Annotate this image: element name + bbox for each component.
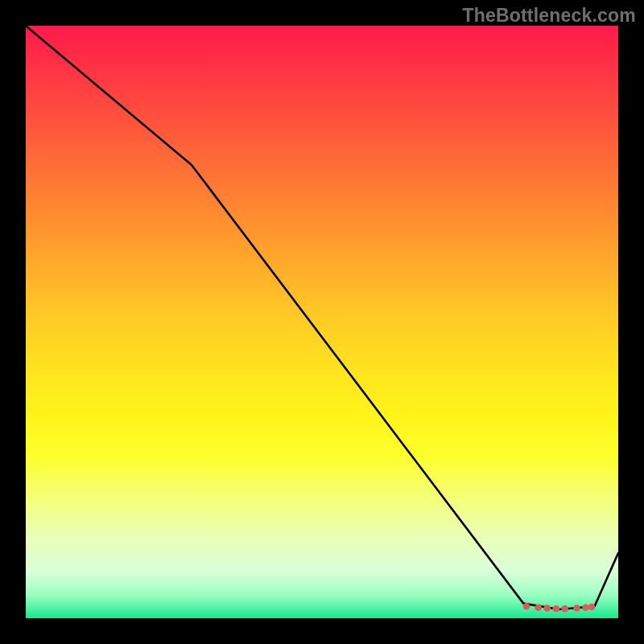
marker-dot xyxy=(543,605,551,612)
watermark-label: TheBottleneck.com xyxy=(462,5,636,27)
marker-dot xyxy=(588,604,596,611)
chart-frame: TheBottleneck.com xyxy=(0,0,644,644)
marker-dot xyxy=(573,605,580,612)
chart-overlay-svg xyxy=(26,26,618,618)
main-curve xyxy=(26,26,618,609)
marker-dot xyxy=(535,604,542,611)
marker-dot xyxy=(561,605,568,613)
marker-dot xyxy=(552,605,559,613)
plot-area xyxy=(26,26,618,618)
marker-dot xyxy=(582,604,589,611)
marker-dot xyxy=(523,603,530,610)
